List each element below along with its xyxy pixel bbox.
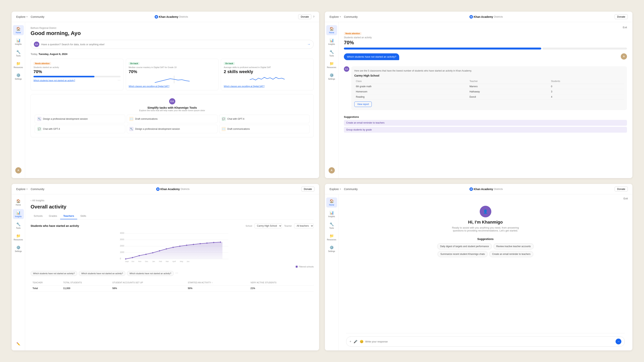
- explore-menu-2[interactable]: Explore ▾: [330, 15, 341, 18]
- tool-item-1[interactable]: ✉️ Draft communications: [127, 115, 217, 123]
- exit-button[interactable]: Exit: [344, 26, 627, 29]
- sidebar-item-resources[interactable]: 📁 Resources: [13, 60, 24, 70]
- svg-point-12: [125, 258, 126, 260]
- tool-item-2[interactable]: 💬 Chat with GPT-4: [219, 115, 310, 123]
- svg-text:May: May: [180, 261, 184, 262]
- sidebar-item-insights-3[interactable]: 📊 Insights: [13, 209, 24, 219]
- pencil-icon[interactable]: ✏️: [15, 341, 22, 347]
- search-arrow-icon[interactable]: →: [307, 42, 310, 46]
- suggestion-chip-0[interactable]: Create an email reminder to teachers: [344, 120, 627, 126]
- tool-item-3[interactable]: 💬 Chat with GPT-4: [35, 125, 125, 133]
- sug-chip-1[interactable]: Review inactive teacher accounts: [494, 243, 534, 250]
- tab-schools[interactable]: Schools: [30, 213, 46, 219]
- sidebar-item-settings-2[interactable]: ⚙️ Settings: [326, 71, 337, 82]
- back-link[interactable]: ‹ All Insights: [30, 199, 314, 202]
- sidebar-label-home-4: Home: [329, 204, 334, 206]
- chat-detail-body: 🏠 Home 📊 Insights 🔧 Tools 📁 Resources ⚙️…: [325, 22, 632, 178]
- donate-button-4[interactable]: Donate: [614, 187, 628, 191]
- user-avatar[interactable]: A: [15, 167, 22, 173]
- emoji-icon[interactable]: 😊: [360, 340, 364, 344]
- community-label[interactable]: Community: [30, 15, 44, 18]
- help-icon[interactable]: ?: [313, 15, 314, 18]
- donate-button[interactable]: Donate: [298, 14, 311, 19]
- exit-button-4[interactable]: Exit: [338, 194, 632, 200]
- user-avatar-2[interactable]: A: [328, 167, 335, 173]
- explore-label-2[interactable]: Explore: [330, 15, 339, 18]
- stat-question-0[interactable]: Which students have not started an activ…: [34, 79, 120, 82]
- community-label-3[interactable]: Community: [30, 188, 44, 191]
- explore-label-3[interactable]: Explore: [16, 188, 25, 191]
- mic-icon[interactable]: 🎤: [354, 340, 358, 344]
- sidebar-item-home-2[interactable]: 🏠 Home: [326, 25, 337, 35]
- query-chip-2[interactable]: Which students have not started an activ…: [127, 271, 174, 276]
- sidebar-item-home-3[interactable]: 🏠 Home: [13, 197, 24, 208]
- chat-input-row[interactable]: + 🎤 😊 →: [346, 337, 625, 347]
- tool-item-0[interactable]: 🔧 Design a professional development sess…: [35, 115, 125, 123]
- tab-skills[interactable]: Skills: [77, 213, 89, 219]
- sidebar-item-home[interactable]: 🏠 Home: [13, 25, 24, 35]
- settings-icon-4: ⚙️: [330, 245, 334, 250]
- donate-button-2[interactable]: Donate: [614, 14, 628, 19]
- explore-label[interactable]: Explore: [16, 15, 25, 18]
- sidebar-item-resources-4[interactable]: 📁 Resources: [326, 232, 337, 242]
- badge-attention-chat: Needs attention: [344, 32, 362, 35]
- tab-teachers[interactable]: Teachers: [60, 213, 77, 219]
- more-queries-icon[interactable]: ···: [175, 271, 178, 276]
- send-button[interactable]: →: [616, 339, 621, 345]
- tab-grades[interactable]: Grades: [46, 213, 60, 219]
- sidebar-item-insights-4[interactable]: 📊 Insights: [326, 209, 337, 219]
- sidebar-item-insights[interactable]: 📊 Insights: [13, 37, 24, 47]
- teacher-filter-select[interactable]: All teachers: [294, 223, 314, 228]
- community-menu-3[interactable]: Community: [30, 188, 44, 191]
- tool-item-4[interactable]: 🔧 Design a professional development sess…: [127, 125, 217, 133]
- sug-chip-3[interactable]: Create an email reminder to teachers: [489, 251, 533, 257]
- sidebar-item-tools-3[interactable]: 🔧 Tools: [13, 221, 24, 231]
- insights-icon-2: 📊: [330, 38, 334, 42]
- suggestion-chip-1[interactable]: Group students by grade: [344, 127, 627, 133]
- search-bar[interactable]: KA →: [30, 40, 314, 49]
- query-chip-1[interactable]: Which students have not started an activ…: [79, 271, 126, 276]
- panel-chat-detail: Explore ▾ Community Khan Academy Distric…: [325, 11, 632, 178]
- question-bubble: Which students have not started an activ…: [344, 53, 399, 60]
- sidebar-item-resources-2[interactable]: 📁 Resources: [326, 60, 337, 70]
- sidebar-item-tools-2[interactable]: 🔧 Tools: [326, 48, 337, 58]
- stat-question-2[interactable]: Which classes are excelling at Digital S…: [224, 85, 311, 87]
- back-label[interactable]: All Insights: [32, 199, 44, 202]
- chevron-4: ▾: [340, 188, 341, 190]
- sug-chip-0[interactable]: Daily digest of targets and student perf…: [437, 243, 492, 250]
- sug-chip-2[interactable]: Summarize recent student Khanmigo chats: [438, 251, 488, 257]
- chat-input[interactable]: [365, 340, 614, 343]
- attachment-icon[interactable]: +: [350, 340, 351, 344]
- community-label-4[interactable]: Community: [344, 188, 358, 191]
- community-menu-2[interactable]: Community: [344, 15, 358, 18]
- svg-text:2000: 2000: [120, 245, 124, 247]
- sidebar-item-home-4[interactable]: 🏠 Home: [326, 197, 337, 208]
- search-input[interactable]: [41, 43, 305, 46]
- explore-menu[interactable]: Explore ▾: [16, 15, 28, 18]
- community-menu[interactable]: Community: [30, 15, 44, 18]
- sidebar-item-tools-4[interactable]: 🔧 Tools: [326, 221, 337, 231]
- donate-button-3[interactable]: Donate: [301, 187, 314, 191]
- sidebar-item-insights-2[interactable]: 📊 Insights: [326, 37, 337, 47]
- topnav-right-2: Donate: [614, 14, 628, 19]
- query-chip-0[interactable]: Which students have not started an activ…: [30, 271, 77, 276]
- sidebar-item-settings-3[interactable]: ⚙️ Settings: [13, 244, 24, 254]
- school-filter-select[interactable]: Carmy High School: [254, 223, 282, 228]
- svg-point-23: [200, 243, 201, 244]
- explore-menu-3[interactable]: Explore ▾: [16, 188, 28, 191]
- explore-label-4[interactable]: Explore: [330, 188, 339, 191]
- community-menu-4[interactable]: Community: [344, 188, 358, 191]
- sidebar-item-settings[interactable]: ⚙️ Settings: [13, 71, 24, 82]
- community-label-2[interactable]: Community: [344, 15, 358, 18]
- teacher-filter-label: Teacher: [284, 225, 292, 227]
- tool-item-5[interactable]: ✉️ Draft communications: [219, 125, 310, 133]
- explore-menu-4[interactable]: Explore ▾: [330, 188, 341, 191]
- stat-question-1[interactable]: Which classes are excelling at Digital S…: [129, 85, 216, 87]
- sidebar-item-resources-3[interactable]: 📁 Resources: [13, 232, 24, 242]
- more-icon-0[interactable]: ···: [118, 78, 120, 82]
- sidebar-item-tools[interactable]: 🔧 Tools: [13, 48, 24, 58]
- view-report-button[interactable]: View report: [354, 101, 372, 107]
- svg-marker-11: [126, 242, 222, 259]
- tool-icon-4: 🔧: [129, 127, 134, 131]
- sidebar-item-settings-4[interactable]: ⚙️ Settings: [326, 244, 337, 254]
